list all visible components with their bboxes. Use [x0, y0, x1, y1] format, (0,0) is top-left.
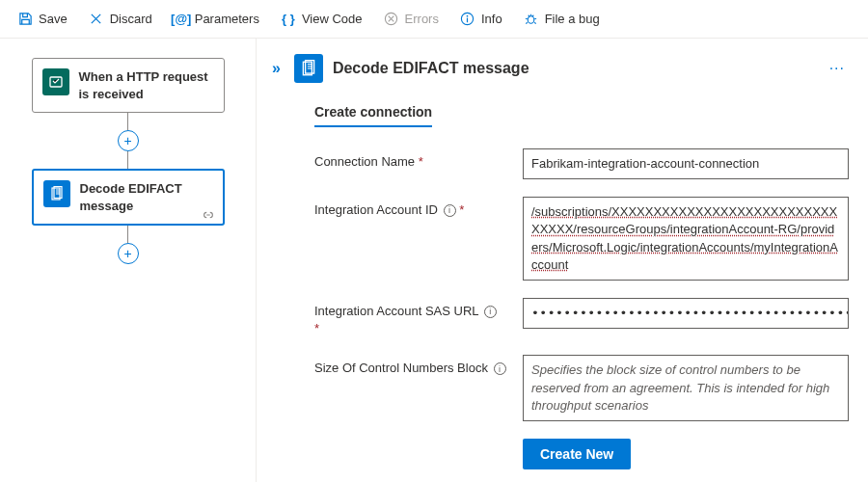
code-icon: { }	[281, 12, 296, 27]
parameters-label: Parameters	[195, 12, 259, 26]
info-icon	[460, 12, 475, 27]
block-size-label: Size Of Control Numbers Block i	[314, 355, 507, 377]
discard-button[interactable]: Discard	[79, 6, 162, 33]
info-icon[interactable]: i	[444, 204, 456, 217]
svg-point-3	[528, 16, 534, 24]
info-icon[interactable]: i	[494, 362, 506, 375]
sas-url-label: Integration Account SAS URL i *	[314, 298, 507, 337]
discard-icon	[89, 12, 104, 27]
field-connection-name: Connection Name * Fabrikam-integration-a…	[314, 148, 849, 179]
designer-canvas: When a HTTP request is received + Decode…	[0, 39, 256, 482]
info-button[interactable]: Info	[450, 6, 512, 33]
create-new-button[interactable]: Create New	[523, 439, 631, 469]
more-menu-button[interactable]: ···	[826, 56, 849, 81]
file-bug-label: File a bug	[545, 12, 600, 26]
toolbar: Save Discard [@] Parameters { } View Cod…	[0, 0, 868, 39]
integration-account-id-input[interactable]: /subscriptions/XXXXXXXXXXXXXXXXXXXXXXXXX…	[523, 197, 849, 281]
discard-label: Discard	[110, 12, 152, 26]
field-block-size: Size Of Control Numbers Block i Specifie…	[314, 355, 849, 421]
file-bug-button[interactable]: File a bug	[514, 6, 610, 33]
view-code-button[interactable]: { } View Code	[271, 6, 372, 33]
connection-icon	[202, 210, 215, 220]
info-icon[interactable]: i	[484, 306, 497, 318]
block-size-input[interactable]: Specifies the block size of control numb…	[523, 355, 849, 421]
save-button[interactable]: Save	[8, 6, 77, 33]
field-sas-url: Integration Account SAS URL i * ••••••••…	[314, 298, 849, 337]
view-code-label: View Code	[302, 12, 363, 26]
trigger-node-title: When a HTTP request is received	[79, 68, 214, 102]
connection-name-input[interactable]: Fabrikam-integration-account-connection	[523, 148, 849, 179]
edifact-icon	[43, 180, 70, 207]
sas-url-input[interactable]: ••••••••••••••••••••••••••••••••••••••••…	[523, 298, 849, 329]
info-label: Info	[481, 12, 502, 26]
errors-button: Errors	[374, 6, 448, 33]
connector-line	[127, 151, 128, 169]
parameters-icon: [@]	[174, 12, 189, 27]
save-label: Save	[39, 12, 68, 26]
http-trigger-icon	[42, 68, 69, 95]
action-node-decode-edifact[interactable]: Decode EDIFACT message	[32, 169, 225, 226]
integration-account-id-label: Integration Account ID i *	[314, 197, 507, 219]
panel-body: Create connection Connection Name * Fabr…	[268, 104, 849, 469]
action-node-title: Decode EDIFACT message	[80, 180, 213, 214]
parameters-button[interactable]: [@] Parameters	[164, 6, 269, 33]
bug-icon	[524, 12, 539, 27]
add-step-button[interactable]: +	[118, 130, 139, 151]
save-icon	[17, 12, 33, 27]
panel-header: » Decode EDIFACT message ···	[268, 54, 849, 83]
connector-line	[127, 226, 128, 243]
connector-line	[127, 113, 128, 130]
connection-name-label: Connection Name *	[314, 148, 507, 171]
errors-label: Errors	[405, 12, 439, 26]
trigger-node[interactable]: When a HTTP request is received	[32, 58, 225, 113]
panel-edifact-icon	[294, 54, 323, 83]
svg-point-2	[467, 15, 469, 17]
add-step-button[interactable]: +	[118, 243, 139, 264]
field-integration-account-id: Integration Account ID i * /subscription…	[314, 197, 849, 281]
errors-icon	[384, 12, 399, 27]
panel-title: Decode EDIFACT message	[333, 60, 816, 77]
collapse-button[interactable]: »	[268, 58, 285, 79]
details-panel: » Decode EDIFACT message ··· Create conn…	[256, 39, 868, 482]
section-title: Create connection	[314, 104, 432, 127]
main: When a HTTP request is received + Decode…	[0, 39, 868, 482]
